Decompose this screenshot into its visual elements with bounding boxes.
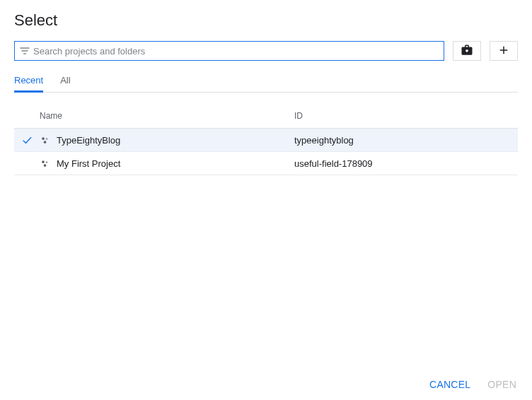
plus-icon — [497, 44, 510, 59]
view-options-button[interactable] — [453, 41, 481, 61]
tabs: Recent All — [14, 71, 518, 93]
search-container — [14, 41, 444, 61]
svg-point-3 — [42, 160, 45, 163]
cancel-button[interactable]: CANCEL — [429, 379, 470, 390]
svg-point-5 — [44, 164, 47, 167]
table-row[interactable]: My First Project useful-field-178909 — [14, 152, 518, 175]
projects-table: Name ID TypeEightyBlog typeeightyblog My… — [14, 104, 518, 175]
svg-point-0 — [42, 137, 45, 140]
project-icon — [40, 158, 57, 169]
tab-all[interactable]: All — [60, 71, 70, 92]
svg-point-2 — [44, 141, 47, 143]
project-name: My First Project — [57, 158, 294, 169]
project-icon — [40, 135, 57, 146]
svg-point-4 — [46, 161, 48, 163]
project-id: typeeightyblog — [294, 135, 518, 146]
new-project-button[interactable] — [490, 41, 518, 61]
header-name: Name — [40, 111, 294, 121]
filter-icon — [19, 45, 30, 57]
tab-recent[interactable]: Recent — [14, 71, 43, 92]
briefcase-gear-icon — [461, 44, 473, 59]
table-header: Name ID — [14, 104, 518, 129]
dialog-title: Select — [14, 11, 518, 30]
dialog-footer: CANCEL OPEN — [429, 379, 516, 390]
toolbar — [14, 41, 518, 61]
open-button[interactable]: OPEN — [487, 379, 516, 390]
header-id: ID — [294, 111, 518, 121]
search-input[interactable] — [33, 42, 439, 60]
project-id: useful-field-178909 — [294, 158, 518, 169]
check-icon — [14, 134, 40, 146]
table-row[interactable]: TypeEightyBlog typeeightyblog — [14, 129, 518, 152]
svg-point-1 — [46, 138, 48, 140]
project-name: TypeEightyBlog — [57, 135, 294, 146]
